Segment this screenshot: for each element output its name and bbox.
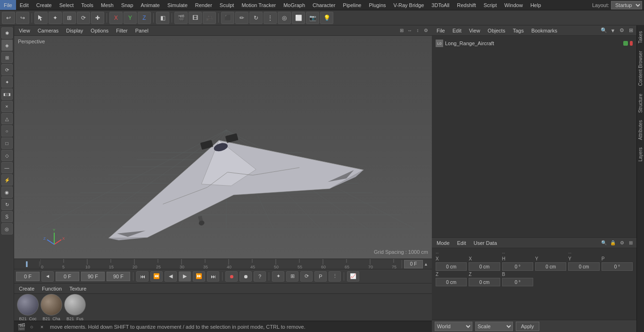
mat-menu-create[interactable]: Create — [17, 286, 36, 292]
sidebar-tool-9[interactable]: ○ — [1, 125, 13, 137]
pb-move[interactable]: ✦ — [272, 271, 284, 282]
select-tool-button[interactable] — [34, 12, 48, 24]
om-menu-file[interactable]: File — [434, 25, 448, 35]
light-button[interactable]: 💡 — [320, 12, 333, 24]
grid-button[interactable]: ⋮ — [264, 12, 277, 24]
menu-window[interactable]: Window — [501, 0, 527, 10]
tab-structure[interactable]: Structure — [637, 90, 644, 117]
viewport-menu-options[interactable]: Options — [88, 25, 111, 35]
menu-create[interactable]: Create — [33, 0, 56, 10]
om-menu-view[interactable]: View — [466, 25, 483, 35]
redo-button[interactable]: ↪ — [16, 12, 29, 24]
attr-lock-icon[interactable]: 🔒 — [609, 239, 617, 247]
menu-mesh[interactable]: Mesh — [97, 0, 117, 10]
attr-menu-userdata[interactable]: User Data — [471, 238, 500, 248]
timeline-ruler[interactable]: 0 5 10 15 20 25 30 35 — [40, 259, 402, 269]
menu-tools[interactable]: Tools — [77, 0, 97, 10]
menu-redshift[interactable]: Redshift — [453, 0, 479, 10]
menu-character[interactable]: Character — [309, 0, 339, 10]
om-search-icon[interactable]: 🔍 — [600, 27, 608, 34]
attr-y-input[interactable] — [535, 262, 566, 271]
status-icon-circle[interactable]: ○ — [27, 323, 36, 331]
film-button-3[interactable]: 🎥 — [203, 12, 216, 24]
menu-help[interactable]: Help — [527, 0, 545, 10]
menu-vray[interactable]: V-Ray Bridge — [390, 0, 428, 10]
object-mode-button[interactable]: ◧ — [156, 12, 169, 24]
attr-expand-icon[interactable]: ⊞ — [627, 239, 635, 247]
menu-pipeline[interactable]: Pipeline — [339, 0, 365, 10]
film-button-1[interactable]: 🎬 — [174, 12, 188, 24]
attr-x2-input[interactable] — [469, 262, 500, 271]
pb-curves[interactable]: 📈 — [347, 271, 359, 282]
om-settings-icon[interactable]: ⚙ — [618, 27, 626, 34]
viewport-menu-panel[interactable]: Panel — [132, 25, 151, 35]
attr-search-icon[interactable]: 🔍 — [600, 239, 608, 247]
menu-file[interactable]: File — [0, 0, 16, 10]
pb-step-forward[interactable]: ⏩ — [193, 271, 205, 282]
viewport-menu-filter[interactable]: Filter — [113, 25, 130, 35]
material-swatch-2[interactable]: B21_Cha — [41, 294, 62, 321]
menu-select[interactable]: Select — [56, 0, 78, 10]
film-button-2[interactable]: 🎞 — [189, 12, 202, 24]
pb-play-back[interactable]: ◀ — [165, 271, 177, 282]
pb-scale2[interactable]: ⟳ — [300, 271, 313, 282]
object-color-dot-1[interactable] — [623, 41, 628, 46]
object-manager-content[interactable]: L0 Long_Range_Aircraft — [432, 36, 636, 237]
frame-end-input[interactable] — [81, 272, 105, 281]
menu-plugins[interactable]: Plugins — [365, 0, 389, 10]
sidebar-tool-7[interactable]: ✕ — [1, 101, 13, 112]
transform-tool-button[interactable]: ✚ — [91, 12, 104, 24]
scale-tool-button[interactable]: ⊞ — [63, 12, 76, 24]
cube-button[interactable]: ⬛ — [221, 12, 234, 24]
pb-grid2[interactable]: ⋮ — [329, 271, 341, 282]
viewport-icon-arrow-v[interactable]: ↕ — [414, 27, 421, 34]
attr-settings-icon[interactable]: ⚙ — [618, 239, 626, 247]
undo-button[interactable]: ↩ — [2, 12, 15, 24]
current-frame-input[interactable] — [404, 260, 423, 268]
x-axis-button[interactable]: X — [109, 12, 123, 24]
world-select[interactable]: World — [435, 322, 472, 331]
viewport-menu-cameras[interactable]: Cameras — [35, 25, 62, 35]
pen-button[interactable]: ✏ — [235, 12, 248, 24]
rotate-tool-button[interactable]: ⟳ — [77, 12, 90, 24]
object-color-dot-2[interactable] — [630, 41, 633, 46]
menu-animate[interactable]: Animate — [137, 0, 164, 10]
menu-script[interactable]: Script — [480, 0, 501, 10]
tab-layers[interactable]: Layers — [637, 144, 644, 165]
frame-start-input[interactable] — [16, 272, 40, 281]
frame-arrow-up[interactable]: ▲ — [424, 262, 428, 267]
menu-render[interactable]: Render — [191, 0, 216, 10]
frame-preview-input[interactable] — [107, 272, 130, 281]
sidebar-tool-14[interactable]: ◉ — [1, 186, 13, 198]
sidebar-tool-13[interactable]: ⚡ — [1, 174, 13, 186]
status-icon-close[interactable]: × — [38, 323, 46, 331]
sidebar-tool-5[interactable]: ✦ — [1, 76, 13, 88]
viewport-menu-display[interactable]: Display — [63, 25, 86, 35]
om-menu-objects[interactable]: Objects — [485, 25, 508, 35]
material-swatch-1[interactable]: B21_Coc — [17, 294, 39, 321]
checkerboard-button[interactable]: ⬜ — [292, 12, 305, 24]
status-icon-cinema[interactable]: 🎬 — [17, 323, 25, 331]
viewport-icon-arrow-h[interactable]: ↔ — [406, 27, 413, 34]
pb-record[interactable]: ⏺ — [225, 271, 238, 282]
om-menu-tags[interactable]: Tags — [510, 25, 527, 35]
viewport-menu-view[interactable]: View — [16, 25, 33, 35]
attr-h-input[interactable] — [502, 262, 533, 271]
attr-x-input[interactable] — [436, 262, 467, 271]
pb-go-start[interactable]: ⏮ — [136, 271, 149, 282]
om-filter-icon[interactable]: ▼ — [609, 27, 617, 34]
om-menu-bookmarks[interactable]: Bookmarks — [528, 25, 560, 35]
tab-takes[interactable]: Takes — [637, 27, 644, 47]
attr-z-input[interactable] — [436, 278, 467, 286]
menu-sculpt[interactable]: Sculpt — [216, 0, 238, 10]
om-expand-icon[interactable]: ⊞ — [627, 27, 635, 34]
sidebar-tool-10[interactable]: □ — [1, 138, 13, 149]
pb-help[interactable]: ? — [254, 271, 266, 282]
menu-motion-tracker[interactable]: Motion Tracker — [238, 0, 280, 10]
sidebar-tool-16[interactable]: S — [1, 211, 13, 222]
attr-b-input[interactable] — [502, 278, 533, 286]
menu-snap[interactable]: Snap — [117, 0, 137, 10]
menu-simulate[interactable]: Simulate — [164, 0, 191, 10]
mat-menu-texture[interactable]: Texture — [67, 286, 88, 292]
viewport-icon-settings[interactable]: ⚙ — [422, 27, 429, 34]
